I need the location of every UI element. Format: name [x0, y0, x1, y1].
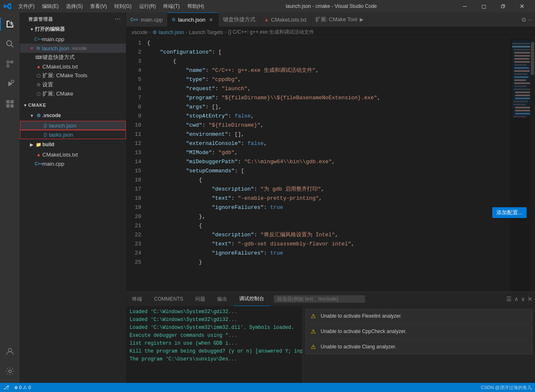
panel-tab-output[interactable]: 输出	[211, 292, 233, 306]
root-cmakelists[interactable]: ▲ CMakeLists.txt	[20, 150, 126, 159]
code-line-1: {	[145, 39, 510, 48]
editor-scrollbar-thumb[interactable]	[531, 42, 534, 75]
svg-point-3	[7, 61, 9, 63]
tab-main-cpp-icon: C++	[130, 17, 138, 22]
close-button[interactable]: ✕	[513, 0, 532, 12]
activity-search[interactable]	[0, 34, 20, 54]
code-editor[interactable]: { "configurations": [ { "name": "C/C++: …	[145, 38, 510, 292]
code-line-11: "environment": [],	[145, 130, 510, 139]
open-editor-settings[interactable]: ⚙ 设置	[20, 80, 126, 89]
svg-rect-9	[6, 104, 10, 108]
extension-icon-2: ⬡	[35, 90, 42, 98]
activity-account[interactable]	[0, 341, 20, 361]
vscode-folder[interactable]: ▾ ⚙ .vscode	[20, 110, 126, 121]
menu-select[interactable]: 选择(S)	[63, 2, 86, 11]
open-editor-main-cpp[interactable]: C++ main.cpp	[20, 34, 126, 44]
cmake-section-header[interactable]: ▾ CMAKE	[20, 100, 126, 110]
open-editor-cmake-label: 扩展: CMake	[42, 90, 73, 98]
code-line-13: "MIMode": "gdb",	[145, 148, 510, 157]
panel-tab-comments[interactable]: COMMENTS	[148, 292, 189, 306]
open-editor-keyboard[interactable]: ⌨ 键盘快捷方式	[20, 53, 126, 62]
code-line-7: "program": "${fileDirname}\\${fileBasena…	[145, 93, 510, 103]
status-bar: ⎇ ⊗ 0 ⚠ 0 CSDN @漂洋过海的鱼儿	[0, 383, 535, 392]
panel-close-icon[interactable]: ✕	[528, 296, 533, 302]
activity-run-debug[interactable]	[0, 74, 20, 94]
tab-main-cpp[interactable]: C++ main.cpp	[126, 12, 167, 27]
launch-json-path: .vscode	[71, 46, 87, 51]
window-controls: ─ ◻ ✕	[455, 0, 532, 12]
breadcrumb-launch-targets[interactable]: Launch Targets	[189, 29, 223, 35]
code-line-5: "type": "cppdbg",	[145, 75, 510, 84]
cmake-icon-1: ▲	[35, 63, 42, 70]
split-editor-icon[interactable]: ⧉	[522, 16, 526, 23]
panel-tab-debug-console[interactable]: 调试控制台	[233, 292, 270, 306]
menu-goto[interactable]: 转到(G)	[111, 2, 135, 11]
add-config-button[interactable]: 添加配置...	[492, 207, 527, 218]
tab-keyboard[interactable]: 键盘快捷方式	[219, 12, 260, 27]
cpp-icon: C++	[35, 35, 42, 43]
panel-tab-terminal[interactable]: 终端	[126, 292, 148, 306]
restore-button[interactable]	[493, 0, 513, 12]
open-editor-launch-json[interactable]: ✕ ⚙ launch.json .vscode	[20, 44, 126, 53]
open-editor-settings-label: 设置	[42, 81, 53, 88]
open-editor-launch-json-label: launch.json	[42, 45, 69, 51]
menu-file[interactable]: 文件(F)	[15, 2, 38, 11]
code-line-20: },	[145, 212, 510, 221]
editor-scrollbar[interactable]	[530, 38, 535, 292]
tab-more-icon[interactable]: ···	[528, 16, 533, 23]
terminal-output: Loaded 'C:\Windows\System32\gdi32... Loa…	[126, 306, 302, 383]
notif-cppcheck: ⚠ Unable to activate CppCheck analyzer.	[305, 324, 533, 339]
settings-icon: ⚙	[35, 81, 42, 88]
open-editor-cmake[interactable]: ⬡ 扩展: CMake	[20, 89, 126, 98]
activity-explorer[interactable]	[0, 14, 20, 34]
breadcrumb-launch-json[interactable]: ⚙	[152, 29, 157, 35]
launch-json-icon: {}	[42, 122, 49, 129]
open-editor-cmake-tools[interactable]: ⬡ 扩展: CMake Tools	[20, 71, 126, 80]
build-folder-chevron: ▶	[28, 141, 35, 148]
tasks-json-file[interactable]: {} tasks.json	[20, 130, 126, 139]
panel-chevron-up[interactable]: ∧	[514, 296, 518, 302]
notif-flexelint: ⚠ Unable to activate Flexelint analyzer.	[305, 309, 533, 323]
breadcrumb-sep-2: ›	[186, 29, 187, 35]
panel-filter-input[interactable]	[274, 295, 365, 303]
open-editors-header[interactable]: ▾ 打开的编辑器	[20, 24, 126, 34]
tab-spacer	[368, 12, 519, 27]
tab-launch-json-close[interactable]: ✕	[208, 17, 214, 23]
panel-list-icon[interactable]: ☰	[506, 296, 512, 302]
panel-tab-problems[interactable]: 问题	[189, 292, 211, 306]
tab-launch-json[interactable]: ⚙ launch.json ✕	[167, 12, 219, 27]
tab-keyboard-label: 键盘快捷方式	[223, 16, 255, 23]
breadcrumb-config[interactable]: {} C/C++: g++.exe 生成和调试活动文件	[228, 29, 314, 36]
activity-settings[interactable]	[0, 361, 20, 381]
minimize-button[interactable]: ─	[455, 0, 474, 12]
notif-flexelint-text: Unable to activate Flexelint analyzer.	[321, 313, 402, 320]
menu-help[interactable]: 帮助(H)	[184, 2, 208, 11]
code-line-8: "args": [],	[145, 103, 510, 112]
tab-cmake-tool[interactable]: 扩展: CMake Tool ▶	[311, 12, 368, 27]
build-folder-label: build	[42, 142, 54, 147]
activity-source-control[interactable]	[0, 54, 20, 74]
menu-edit[interactable]: 编辑(E)	[39, 2, 62, 11]
breadcrumb-launch-json-label[interactable]: launch.json	[159, 29, 184, 35]
csdn-badge: CSDN @漂洋过海的鱼儿	[481, 385, 532, 391]
menu-run[interactable]: 运行(R)	[136, 2, 160, 11]
root-main-cpp[interactable]: C++ main.cpp	[20, 159, 126, 168]
sidebar: 资源管理器 ··· ▾ 打开的编辑器 C++ main.cpp ✕ ⚙ laun…	[20, 12, 126, 383]
code-line-3: {	[145, 57, 510, 66]
build-folder[interactable]: ▶ 📁 build	[20, 139, 126, 150]
breadcrumb-vscode[interactable]: .vscode	[130, 29, 147, 35]
open-editor-cmakelists[interactable]: ▲ CMakeLists.txt	[20, 62, 126, 71]
sidebar-more-actions[interactable]: ···	[115, 16, 121, 22]
menu-terminal[interactable]: 终端(T)	[160, 2, 183, 11]
code-line-4: "name": "C/C++: g++.exe 生成和调试活动文件",	[145, 66, 510, 75]
activity-extensions[interactable]	[0, 94, 20, 114]
breadcrumb: .vscode › ⚙ launch.json › Launch Targets…	[126, 27, 535, 38]
launch-json-file[interactable]: {} launch.json	[20, 121, 126, 130]
status-errors[interactable]: ⊗ 0 ⚠ 0	[14, 385, 31, 390]
tab-cmakelists[interactable]: ▲ CMakeLists.txt	[260, 12, 311, 27]
cmake-icon-2: ▲	[35, 151, 42, 158]
maximize-button[interactable]: ◻	[474, 0, 493, 12]
menu-view[interactable]: 查看(V)	[87, 2, 110, 11]
cpp-icon-2: C++	[35, 160, 42, 167]
panel-chevron-down[interactable]: ∨	[521, 296, 525, 302]
